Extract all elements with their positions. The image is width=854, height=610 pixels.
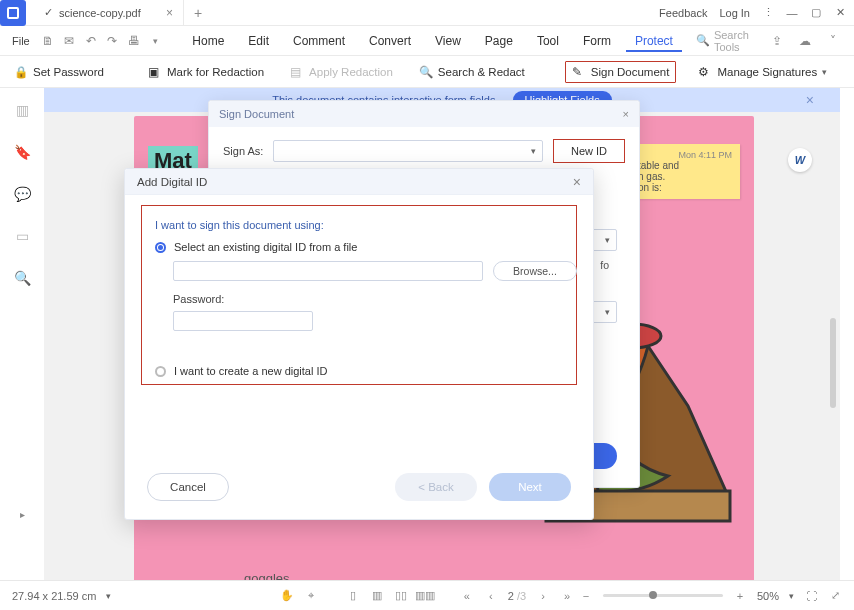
two-continuous-icon[interactable]: ▥▥ bbox=[418, 589, 432, 603]
menu-tool[interactable]: Tool bbox=[528, 30, 568, 52]
menu-file[interactable]: File bbox=[12, 35, 30, 47]
sign-document-button[interactable]: ✎ Sign Document bbox=[565, 61, 677, 83]
new-tab-button[interactable]: + bbox=[184, 5, 212, 21]
manage-signatures-button[interactable]: ⚙ Manage Signatures ▾ bbox=[694, 62, 831, 82]
mail-icon[interactable]: ✉ bbox=[64, 34, 75, 48]
password-input[interactable] bbox=[173, 311, 313, 331]
sign-icon: ✎ bbox=[572, 65, 586, 79]
menu-convert[interactable]: Convert bbox=[360, 30, 420, 52]
search-placeholder[interactable]: Search Tools bbox=[714, 29, 762, 53]
hand-tool-icon[interactable]: ✋ bbox=[280, 589, 294, 603]
page-indicator[interactable]: 2 /3 bbox=[508, 590, 526, 602]
two-page-icon[interactable]: ▯▯ bbox=[394, 589, 408, 603]
prev-page-icon[interactable]: ‹ bbox=[484, 589, 498, 603]
search-panel-icon[interactable]: 🔍 bbox=[14, 270, 31, 286]
undo-icon[interactable]: ↶ bbox=[85, 34, 96, 48]
chevron-down-icon[interactable]: ▾ bbox=[789, 591, 794, 601]
browse-button[interactable]: Browse... bbox=[493, 261, 577, 281]
zoom-slider[interactable] bbox=[603, 594, 723, 597]
lock-icon: 🔒 bbox=[14, 65, 28, 79]
cancel-label: Cancel bbox=[170, 481, 206, 493]
new-id-label: New ID bbox=[571, 145, 607, 157]
banner-close-icon[interactable]: × bbox=[806, 92, 814, 108]
menu-edit[interactable]: Edit bbox=[239, 30, 278, 52]
tab-check-icon: ✓ bbox=[44, 6, 53, 19]
chevron-down-icon: ▾ bbox=[822, 67, 827, 77]
share-icon[interactable]: ⇪ bbox=[770, 34, 784, 48]
search-redact-button[interactable]: 🔍 Search & Redact bbox=[415, 62, 529, 82]
collapse-ribbon-icon[interactable]: ˅ bbox=[826, 34, 840, 48]
set-password-label: Set Password bbox=[33, 66, 104, 78]
redact-mark-icon: ▣ bbox=[148, 65, 162, 79]
tab-close-icon[interactable]: × bbox=[166, 6, 173, 20]
menu-view[interactable]: View bbox=[426, 30, 470, 52]
attachment-icon[interactable]: ▭ bbox=[16, 228, 29, 244]
select-tool-icon[interactable]: ⌖ bbox=[304, 589, 318, 603]
window-minimize-icon[interactable]: — bbox=[786, 7, 798, 19]
expand-rail-icon[interactable]: ▸ bbox=[20, 509, 25, 520]
last-page-icon[interactable]: » bbox=[560, 589, 574, 603]
fullscreen-icon[interactable]: ⤢ bbox=[828, 589, 842, 603]
redo-icon[interactable]: ↷ bbox=[106, 34, 117, 48]
sticky-note[interactable]: Mon 4:11 PM table and n gas. on is: bbox=[630, 144, 740, 199]
word-export-icon[interactable]: W bbox=[788, 148, 812, 172]
set-password-button[interactable]: 🔒 Set Password bbox=[10, 62, 108, 82]
new-id-option-label: I want to create a new digital ID bbox=[174, 365, 327, 377]
zoom-level: 50% bbox=[757, 590, 779, 602]
feedback-link[interactable]: Feedback bbox=[659, 7, 707, 19]
single-page-icon[interactable]: ▯ bbox=[346, 589, 360, 603]
next-button[interactable]: Next bbox=[489, 473, 571, 501]
app-logo bbox=[0, 0, 26, 26]
sign-dialog-close-icon[interactable]: × bbox=[623, 108, 629, 120]
window-maximize-icon[interactable]: ▢ bbox=[810, 7, 822, 19]
scrollbar[interactable] bbox=[830, 318, 836, 408]
menu-home[interactable]: Home bbox=[183, 30, 233, 52]
radio-unselected-icon bbox=[155, 366, 166, 377]
page-dimensions: 27.94 x 21.59 cm bbox=[12, 590, 96, 602]
sticky-line2: n gas. bbox=[638, 171, 732, 182]
back-label: < Back bbox=[418, 481, 453, 493]
back-button[interactable]: < Back bbox=[395, 473, 477, 501]
fit-page-icon[interactable]: ⛶ bbox=[804, 589, 818, 603]
add-id-close-icon[interactable]: × bbox=[573, 174, 581, 190]
chevron-down-icon[interactable]: ▾ bbox=[106, 591, 111, 601]
search-icon: 🔍 bbox=[696, 34, 710, 47]
new-id-option[interactable]: I want to create a new digital ID bbox=[155, 365, 327, 377]
menu-protect[interactable]: Protect bbox=[626, 30, 682, 52]
continuous-icon[interactable]: ▥ bbox=[370, 589, 384, 603]
cloud-icon[interactable]: ☁ bbox=[798, 34, 812, 48]
apply-redaction-label: Apply Redaction bbox=[309, 66, 393, 78]
radio-selected-icon bbox=[155, 242, 166, 253]
apply-redaction-button[interactable]: ▤ Apply Redaction bbox=[286, 62, 397, 82]
menu-form[interactable]: Form bbox=[574, 30, 620, 52]
save-icon[interactable]: 🗎 bbox=[42, 34, 54, 48]
status-bar: 27.94 x 21.59 cm ▾ ✋ ⌖ ▯ ▥ ▯▯ ▥▥ « ‹ 2 /… bbox=[0, 580, 854, 610]
add-digital-id-dialog: Add Digital ID × I want to sign this doc… bbox=[124, 168, 594, 520]
next-page-icon[interactable]: › bbox=[536, 589, 550, 603]
sign-as-label: Sign As: bbox=[223, 145, 263, 157]
sign-as-select[interactable]: ▾ bbox=[273, 140, 543, 162]
zoom-out-icon[interactable]: − bbox=[579, 589, 593, 603]
document-tab[interactable]: ✓ science-copy.pdf × bbox=[34, 0, 184, 26]
kebab-menu-icon[interactable]: ⋮ bbox=[762, 7, 774, 19]
chevron-down-icon[interactable]: ▾ bbox=[150, 34, 161, 48]
window-close-icon[interactable]: ✕ bbox=[834, 7, 846, 19]
menu-page[interactable]: Page bbox=[476, 30, 522, 52]
menu-comment[interactable]: Comment bbox=[284, 30, 354, 52]
mark-redaction-label: Mark for Redaction bbox=[167, 66, 264, 78]
login-link[interactable]: Log In bbox=[719, 7, 750, 19]
bookmark-icon[interactable]: 🔖 bbox=[14, 144, 31, 160]
comment-icon[interactable]: 💬 bbox=[14, 186, 31, 202]
print-icon[interactable]: 🖶 bbox=[128, 34, 140, 48]
cancel-button[interactable]: Cancel bbox=[147, 473, 229, 501]
first-page-icon[interactable]: « bbox=[460, 589, 474, 603]
want-sign-label: I want to sign this document using: bbox=[155, 219, 324, 231]
zoom-in-icon[interactable]: + bbox=[733, 589, 747, 603]
existing-id-option[interactable]: Select an existing digital ID from a fil… bbox=[155, 241, 357, 253]
mark-redaction-button[interactable]: ▣ Mark for Redaction bbox=[144, 62, 268, 82]
new-id-button[interactable]: New ID bbox=[553, 139, 625, 163]
manage-sign-icon: ⚙ bbox=[698, 65, 712, 79]
file-path-input[interactable] bbox=[173, 261, 483, 281]
sticky-timestamp: Mon 4:11 PM bbox=[638, 150, 732, 160]
thumbnails-icon[interactable]: ▥ bbox=[16, 102, 29, 118]
